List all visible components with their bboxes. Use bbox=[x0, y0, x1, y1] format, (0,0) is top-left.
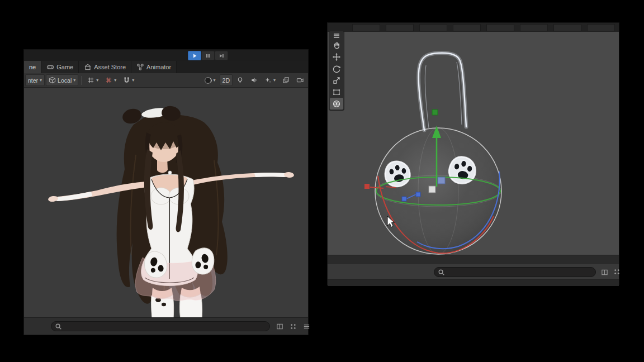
character-model bbox=[24, 88, 308, 318]
grid-snap-toggle[interactable]: ▾ bbox=[102, 74, 119, 86]
search-field[interactable] bbox=[434, 267, 596, 277]
ghost-tab bbox=[453, 24, 481, 31]
effects-dropdown[interactable]: ▾ bbox=[262, 74, 278, 86]
magnet-icon bbox=[123, 77, 130, 84]
chevron-down-icon: ▾ bbox=[273, 78, 276, 83]
split-view-icon[interactable] bbox=[274, 322, 285, 331]
search-field[interactable] bbox=[51, 321, 270, 331]
chevron-down-icon: ▾ bbox=[214, 78, 216, 83]
transform-sphere-icon bbox=[332, 99, 341, 108]
tab-asset-store-label: Asset Store bbox=[94, 64, 126, 70]
snap-grid-icon bbox=[105, 77, 112, 84]
overlay-menu-button[interactable] bbox=[330, 32, 343, 39]
search-icon bbox=[55, 323, 62, 330]
animator-icon bbox=[136, 63, 144, 71]
gizmo-menu-icon[interactable] bbox=[612, 267, 622, 276]
bottom-panel-header bbox=[328, 255, 619, 265]
scene-view-window bbox=[327, 22, 619, 285]
scene-gizmos bbox=[328, 32, 619, 255]
scene-lighting-toggle[interactable] bbox=[234, 74, 247, 86]
tab-game-label: Game bbox=[56, 64, 73, 70]
scale-tool-button[interactable] bbox=[330, 74, 343, 86]
snap-settings-dropdown[interactable]: ▾ bbox=[120, 74, 137, 86]
step-button[interactable] bbox=[215, 51, 228, 60]
rotate-tool-button[interactable] bbox=[330, 63, 343, 74]
search-icon bbox=[438, 269, 445, 276]
transform-tool-button[interactable] bbox=[330, 98, 343, 109]
scene-viewport[interactable] bbox=[328, 32, 619, 255]
camera-dropdown-cut[interactable] bbox=[293, 74, 307, 86]
x-axis-handle bbox=[364, 184, 370, 189]
toolbar-separator bbox=[81, 76, 82, 85]
audio-icon bbox=[250, 77, 258, 84]
orientation-dropdown[interactable]: Local ▾ bbox=[46, 74, 78, 86]
chevron-down-icon: ▾ bbox=[96, 78, 98, 83]
split-view-icon[interactable] bbox=[599, 268, 609, 277]
ghost-tab bbox=[553, 24, 581, 31]
desktop-background: ne Game Asset Store Animator nter ▾ bbox=[0, 0, 644, 362]
tab-scene-partial-label: ne bbox=[29, 64, 36, 70]
rect-icon bbox=[332, 88, 341, 97]
camera-icon bbox=[296, 77, 304, 84]
tab-animator[interactable]: Animator bbox=[131, 61, 177, 73]
scene-view-top-bar bbox=[328, 23, 619, 32]
grid-icon bbox=[87, 77, 94, 84]
game-view-window: ne Game Asset Store Animator nter ▾ bbox=[23, 49, 309, 335]
play-controls-bar bbox=[24, 50, 308, 61]
scene-toolbar: nter ▾ Local ▾ ▾ ▾ ▾ bbox=[24, 73, 308, 88]
z-axis-handle-2 bbox=[416, 192, 420, 197]
tab-game[interactable]: Game bbox=[41, 61, 79, 73]
move-icon bbox=[332, 53, 341, 61]
chevron-down-icon: ▾ bbox=[114, 78, 116, 83]
mode-2d-label: 2D bbox=[222, 77, 230, 84]
pivot-mode-dropdown[interactable]: nter ▾ bbox=[25, 74, 45, 86]
tab-asset-store[interactable]: Asset Store bbox=[79, 61, 131, 73]
rotate-icon bbox=[332, 64, 341, 73]
search-input[interactable] bbox=[447, 268, 592, 276]
ghost-tab bbox=[386, 24, 414, 31]
view-tool-button[interactable] bbox=[330, 39, 343, 51]
chevron-down-icon: ▾ bbox=[132, 78, 134, 83]
center-handle-cube bbox=[429, 186, 435, 193]
ghost-tab bbox=[486, 24, 514, 31]
shading-mode-dropdown[interactable]: ▾ bbox=[201, 74, 219, 86]
effects-icon bbox=[264, 77, 272, 84]
pause-button[interactable] bbox=[201, 51, 215, 60]
physbone-collider-sphere bbox=[375, 128, 501, 254]
play-icon bbox=[192, 53, 197, 59]
tab-bar-empty-space bbox=[177, 61, 308, 73]
ghost-tab bbox=[520, 24, 548, 31]
game-view-bottom-bar bbox=[24, 317, 308, 335]
mode-2d-toggle[interactable]: 2D bbox=[220, 74, 233, 86]
asset-store-icon bbox=[84, 63, 92, 71]
layers-icon bbox=[282, 77, 290, 84]
step-icon bbox=[219, 53, 224, 59]
light-icon bbox=[236, 77, 244, 84]
move-tool-button[interactable] bbox=[330, 51, 343, 63]
scene-audio-toggle[interactable] bbox=[248, 74, 261, 86]
chevron-down-icon: ▾ bbox=[73, 78, 75, 83]
scene-bottom-bar bbox=[328, 264, 619, 279]
cube-icon bbox=[49, 77, 56, 84]
bone-cube bbox=[438, 177, 445, 184]
gizmo-menu-icon[interactable] bbox=[288, 322, 298, 331]
more-options-icon[interactable] bbox=[301, 322, 311, 331]
z-axis-handle bbox=[402, 197, 406, 201]
pivot-mode-label: nter bbox=[28, 77, 38, 84]
grid-visibility-dropdown[interactable]: ▾ bbox=[84, 74, 101, 86]
view-tab-bar: ne Game Asset Store Animator bbox=[24, 61, 308, 74]
scene-window-footer bbox=[328, 279, 619, 286]
pause-icon bbox=[205, 53, 211, 59]
play-button[interactable] bbox=[188, 51, 201, 60]
orientation-label: Local bbox=[58, 77, 72, 84]
hidden-objects-toggle[interactable] bbox=[280, 74, 292, 86]
game-viewport[interactable] bbox=[24, 88, 308, 318]
rect-tool-button[interactable] bbox=[330, 86, 343, 98]
tab-scene-partial[interactable]: ne bbox=[24, 61, 41, 73]
search-input[interactable] bbox=[64, 322, 266, 330]
ghost-tab bbox=[419, 24, 447, 31]
scale-icon bbox=[332, 76, 341, 85]
chevron-down-icon: ▾ bbox=[40, 78, 42, 83]
tab-animator-label: Animator bbox=[146, 64, 171, 70]
menu-icon bbox=[333, 33, 340, 39]
